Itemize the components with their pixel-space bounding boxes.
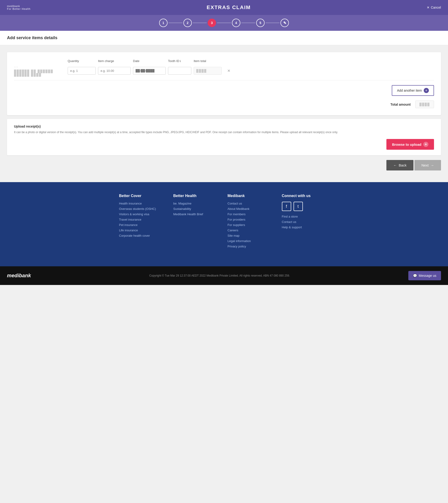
page-title: Add service items details	[7, 35, 441, 40]
date-input[interactable]	[133, 67, 166, 75]
message-us-label: Message us	[419, 274, 436, 278]
footer-better-cover: Better Cover Health insurance Overseas s…	[119, 194, 166, 250]
quantity-input[interactable]	[68, 67, 96, 75]
footer: Better Cover Health insurance Overseas s…	[0, 182, 448, 266]
step-1[interactable]: 1	[159, 19, 167, 27]
step-4[interactable]: 4	[232, 19, 240, 27]
total-amount-value: ████	[415, 100, 434, 108]
divider	[14, 80, 434, 80]
logo-main-text: medibank	[7, 5, 31, 7]
footer-link-find-store[interactable]: Find a store	[282, 215, 329, 218]
footer-medibank: Medibank Contact us About Medibank For m…	[228, 194, 275, 250]
footer-better-health: Better Health be. Magazine Sustainabilit…	[173, 194, 221, 250]
footer-link-contact[interactable]: Contact us	[228, 202, 275, 205]
footer-link-careers[interactable]: Careers	[228, 229, 275, 232]
step-3[interactable]: 3	[208, 19, 216, 27]
upload-plus-icon: +	[423, 142, 428, 147]
footer-bottom: medibank Copyright © Tue Mar 29 12:37:00…	[0, 266, 448, 285]
col-quantity: Quantity	[68, 59, 96, 63]
next-button[interactable]: Next →	[415, 160, 441, 171]
add-item-plus-icon: +	[424, 88, 429, 93]
upload-title: Upload receipt(s)	[14, 125, 434, 128]
back-button[interactable]: ← Back	[386, 160, 414, 171]
col-date: Date	[133, 59, 166, 63]
step-line-4-5	[241, 23, 255, 23]
footer-link-privacy[interactable]: Privacy policy	[228, 245, 275, 248]
footer-link-sustainability[interactable]: Sustainability	[173, 207, 221, 211]
step-line-5-6	[265, 23, 280, 23]
logo-sub-text: For Better Health	[7, 7, 31, 10]
logo: medibank For Better Health	[7, 5, 31, 10]
footer-link-sitemap[interactable]: Site map	[228, 234, 275, 237]
total-amount-row: Total amount ████	[14, 100, 434, 108]
back-button-label: Back	[399, 163, 406, 167]
step-6[interactable]: ✎	[281, 19, 289, 27]
upload-card: Upload receipt(s) It can be a photo or d…	[7, 119, 441, 155]
next-button-label: Next	[421, 163, 429, 167]
step-circle-5: 5	[256, 19, 265, 27]
footer-link-magazine[interactable]: be. Magazine	[173, 202, 221, 205]
step-line-1-2	[168, 23, 183, 23]
step-circle-1: 1	[159, 19, 167, 27]
footer-link-legal[interactable]: Legal information	[228, 239, 275, 243]
footer-link-oshc[interactable]: Overseas students (OSHC)	[119, 207, 166, 211]
footer-link-members[interactable]: For members	[228, 212, 275, 216]
step-circle-4: 4	[232, 19, 240, 27]
service-items-card: Quantity Item charge Date Tooth ID Item …	[7, 52, 441, 115]
upload-description: It can be a photo or digital version of …	[14, 130, 434, 134]
cancel-label: Cancel	[431, 6, 441, 9]
upload-button-row: Browse to upload +	[14, 139, 434, 150]
tooth-id-input[interactable]	[168, 67, 191, 75]
footer-link-health-insurance[interactable]: Health insurance	[119, 202, 166, 205]
step-line-3-4	[217, 23, 231, 23]
footer-link-health-brief[interactable]: Medibank Health Brief	[173, 212, 221, 216]
message-us-button[interactable]: 💬 Message us	[408, 271, 441, 280]
table-row: --- ██████ ██ ██████ ██████ ████ ████ ✕	[14, 65, 434, 77]
facebook-icon[interactable]: f	[282, 202, 291, 211]
footer-grid: Better Cover Health insurance Overseas s…	[119, 194, 329, 250]
footer-link-life[interactable]: Life insurance	[119, 229, 166, 232]
col-item-total: Item total	[194, 59, 222, 63]
add-another-item-button[interactable]: Add another item +	[392, 85, 434, 96]
connect-title: Connect with us	[282, 194, 329, 198]
footer-link-suppliers[interactable]: For suppliers	[228, 223, 275, 227]
main-content: Quantity Item charge Date Tooth ID Item …	[0, 45, 448, 182]
total-amount-label: Total amount	[390, 103, 411, 106]
browse-to-upload-button[interactable]: Browse to upload +	[386, 139, 434, 150]
item-code-area: --- ██████ ██ ██████ ██████ ████	[14, 65, 65, 77]
footer-link-providers[interactable]: For providers	[228, 218, 275, 221]
better-health-title: Better Health	[173, 194, 221, 198]
medibank-col-title: Medibank	[228, 194, 275, 198]
footer-link-connect-contact[interactable]: Contact us	[282, 220, 329, 224]
column-headers: Quantity Item charge Date Tooth ID Item …	[14, 59, 434, 63]
step-circle-6: ✎	[281, 19, 289, 27]
step-2[interactable]: 2	[183, 19, 192, 27]
message-icon: 💬	[413, 274, 417, 278]
step-bar: 1 2 3 4 5 ✎	[0, 15, 448, 31]
item-charge-input[interactable]	[98, 67, 131, 75]
item-description: ██████ ██ ██████ ██████ ████	[14, 69, 65, 77]
step-line-2-3	[193, 23, 207, 23]
footer-link-corporate[interactable]: Corporate health cover	[119, 234, 166, 237]
col-item-charge: Item charge	[98, 59, 131, 63]
better-cover-title: Better Cover	[119, 194, 166, 198]
page-header-title: EXTRAS CLAIM	[207, 4, 251, 11]
footer-connect: Connect with us f t Find a store Contact…	[282, 194, 329, 250]
social-icons: f t	[282, 202, 329, 211]
col-tooth-id: Tooth ID	[168, 59, 191, 63]
remove-item-button[interactable]: ✕	[224, 69, 233, 73]
footer-link-pet[interactable]: Pet insurance	[119, 223, 166, 227]
item-total-value: ████	[194, 67, 222, 75]
add-item-label: Add another item	[397, 89, 422, 92]
next-arrow-icon: →	[431, 163, 434, 167]
twitter-icon[interactable]: t	[294, 202, 303, 211]
footer-link-visitors[interactable]: Visitors & working visa	[119, 212, 166, 216]
add-item-row: Add another item +	[14, 85, 434, 96]
cancel-x-icon: ✕	[427, 6, 430, 9]
step-5[interactable]: 5	[256, 19, 265, 27]
cancel-button[interactable]: ✕ Cancel	[427, 6, 441, 9]
footer-link-travel[interactable]: Travel insurance	[119, 218, 166, 221]
footer-copyright: Copyright © Tue Mar 29 12:37:00 AEDT 202…	[149, 274, 290, 277]
footer-link-about[interactable]: About Medibank	[228, 207, 275, 211]
footer-link-help[interactable]: Help & support	[282, 225, 329, 229]
